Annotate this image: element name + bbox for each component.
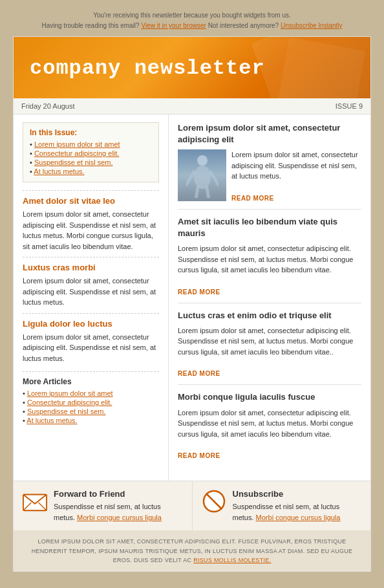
right-article-4-read-more[interactable]: READ MORE <box>178 452 220 459</box>
in-this-issue-link[interactable]: Suspendisse et nisl sem. <box>34 158 113 166</box>
left-article-1: Amet dolor sit vitae leo Lorem ipsum dol… <box>23 190 159 257</box>
no-icon-container <box>202 489 226 514</box>
right-article-2-read-more[interactable]: READ MORE <box>178 289 220 296</box>
left-article-1-body: Lorem ipsum dolor sit amet, consectetur … <box>23 209 159 252</box>
issue-number: ISSUE 9 <box>336 102 363 110</box>
date-bar: Friday 20 August ISSUE 9 <box>14 98 370 114</box>
more-articles-section: More Articles Lorem ipsum dolor sit amet… <box>23 371 159 424</box>
svg-point-1 <box>194 166 211 189</box>
left-article-2: Luxtus cras morbi Lorem ipsum dolor sit … <box>23 257 159 313</box>
unsubscribe-body: Suspendisse et nisl sem, at luctus metus… <box>233 501 362 523</box>
right-column: Lorem ipsum dolor sit amet, consectetur … <box>169 114 370 481</box>
right-article-3-title: Luctus cras et enim odio et triquse elit <box>178 310 361 321</box>
newsletter-title: Company Newsletter <box>30 56 354 80</box>
left-article-3-title[interactable]: Ligula dolor leo luctus <box>23 319 159 329</box>
list-item: Consectetur adipiscing elit. <box>30 149 152 157</box>
left-article-1-title[interactable]: Amet dolor sit vitae leo <box>23 196 159 206</box>
envelope-icon <box>23 491 47 512</box>
svg-line-5 <box>207 188 209 198</box>
more-articles-heading: More Articles <box>23 377 159 386</box>
right-article-2-body: Lorem ipsum dolor sit amet, consectetur … <box>178 243 361 276</box>
more-article-link[interactable]: At luctus metus. <box>27 417 77 424</box>
left-article-3-body: Lorem ipsum dolor sit amet, consectetur … <box>23 332 159 364</box>
svg-point-0 <box>197 155 208 166</box>
preheader-separator: Not interested anymore? <box>208 22 279 29</box>
person-silhouette-icon <box>186 153 219 198</box>
right-article-3-read-more[interactable]: READ MORE <box>178 370 220 377</box>
right-article-1-inner: Lorem ipsum dolor sit amet, consectetur … <box>178 149 361 202</box>
list-item: At luctus metus. <box>30 168 152 175</box>
in-this-issue-list: Lorem ipsum dolor sit amet Consectetur a… <box>30 140 152 175</box>
in-this-issue-heading: In this Issue: <box>30 128 152 137</box>
email-wrapper: Company Newsletter Friday 20 August ISSU… <box>13 36 371 572</box>
bottom-footer: Lorem ipsum dolor sit amet, consectetur … <box>14 530 370 571</box>
in-this-issue-link[interactable]: Consectetur adipiscing elit. <box>34 149 119 157</box>
left-article-2-body: Lorem ipsum dolor sit amet, consectetur … <box>23 276 159 308</box>
preheader-line2: Having trouble reading this email? <box>41 22 139 29</box>
no-sign-icon <box>202 490 226 513</box>
issue-date: Friday 20 August <box>21 102 75 110</box>
preheader-line1: You're receiving this newsletter because… <box>93 12 291 19</box>
right-article-1: Lorem ipsum dolor sit amet, consectetur … <box>178 122 361 210</box>
list-item: Lorem ipsum dolor sit amet <box>23 389 159 397</box>
forward-to-friend-link[interactable]: Morbi congue cursus ligula <box>77 514 162 521</box>
right-article-1-body: Lorem ipsum dolor sit amet, consectetur … <box>231 149 361 182</box>
left-article-2-title[interactable]: Luxtus cras morbi <box>23 263 159 272</box>
list-item: Consectetur adipiscing elit. <box>23 398 159 406</box>
forward-to-friend-content: Forward to Friend Suspendisse et nisl se… <box>54 489 183 523</box>
right-article-4-body: Lorem ipsum dolor sit amet, consectetur … <box>178 408 361 440</box>
more-article-link[interactable]: Consectetur adipiscing elit. <box>27 398 112 406</box>
forward-to-friend-title: Forward to Friend <box>54 489 183 499</box>
footer-boxes: Forward to Friend Suspendisse et nisl se… <box>14 481 370 530</box>
list-item: Suspendisse et nisl sem. <box>30 158 152 166</box>
list-item: Suspendisse et nisl sem. <box>23 408 159 415</box>
right-article-3-body: Lorem ipsum dolor sit amet, consectetur … <box>178 325 361 358</box>
unsubscribe-box: Unsubscribe Suspendisse et nisl sem, at … <box>192 481 371 530</box>
in-this-issue-link[interactable]: Lorem ipsum dolor sit amet <box>34 140 120 148</box>
right-article-2: Amet sit iaculis leo bibendum viate quis… <box>178 216 361 303</box>
more-article-link[interactable]: Lorem ipsum dolor sit amet <box>27 389 113 397</box>
svg-line-3 <box>211 172 219 185</box>
svg-line-4 <box>196 188 198 198</box>
email-header: Company Newsletter <box>14 37 370 98</box>
left-column: In this Issue: Lorem ipsum dolor sit ame… <box>14 114 169 481</box>
article-image-person <box>178 149 226 201</box>
unsubscribe-title: Unsubscribe <box>233 489 362 499</box>
right-article-1-read-more[interactable]: READ MORE <box>231 195 274 202</box>
more-article-link[interactable]: Suspendisse et nisl sem. <box>27 408 106 415</box>
in-this-issue-box: In this Issue: Lorem ipsum dolor sit ame… <box>23 122 159 182</box>
main-content: In this Issue: Lorem ipsum dolor sit ame… <box>14 114 370 481</box>
view-in-browser-link[interactable]: View it in your browser <box>141 22 206 29</box>
right-article-4: Morbi conque ligula iaculis fuscue Lorem… <box>178 391 361 466</box>
forward-to-friend-body: Suspendisse et nisl sem, at luctus metus… <box>54 501 183 523</box>
preheader: You're receiving this newsletter because… <box>13 6 371 36</box>
unsubscribe-link[interactable]: Morbi congue cursus ligula <box>256 514 341 521</box>
forward-to-friend-box: Forward to Friend Suspendisse et nisl se… <box>14 481 192 530</box>
in-this-issue-link[interactable]: At luctus metus. <box>34 168 84 175</box>
list-item: Lorem ipsum dolor sit amet <box>30 140 152 148</box>
unsubscribe-instantly-link[interactable]: Unsubscribe Instantly <box>281 22 343 29</box>
right-article-1-text: Lorem ipsum dolor sit amet, consectetur … <box>231 149 361 202</box>
unsubscribe-content: Unsubscribe Suspendisse et nisl sem, at … <box>233 489 362 523</box>
more-articles-list: Lorem ipsum dolor sit amet Consectetur a… <box>23 389 159 424</box>
bottom-footer-text: Lorem ipsum dolor sit amet, consectetur … <box>32 538 353 563</box>
right-article-1-title: Lorem ipsum dolor sit amet, consectetur … <box>178 122 361 146</box>
forward-icon-container <box>23 489 47 514</box>
right-article-4-title: Morbi conque ligula iaculis fuscue <box>178 391 361 403</box>
article-image <box>178 149 226 201</box>
right-article-2-title: Amet sit iaculis leo bibendum viate quis… <box>178 216 361 239</box>
bottom-footer-link[interactable]: risus mollis molestie. <box>193 557 271 563</box>
right-article-3: Luctus cras et enim odio et triquse elit… <box>178 310 361 386</box>
svg-line-2 <box>186 172 194 185</box>
list-item: At luctus metus. <box>23 417 159 424</box>
left-article-3: Ligula dolor leo luctus Lorem ipsum dolo… <box>23 313 159 369</box>
